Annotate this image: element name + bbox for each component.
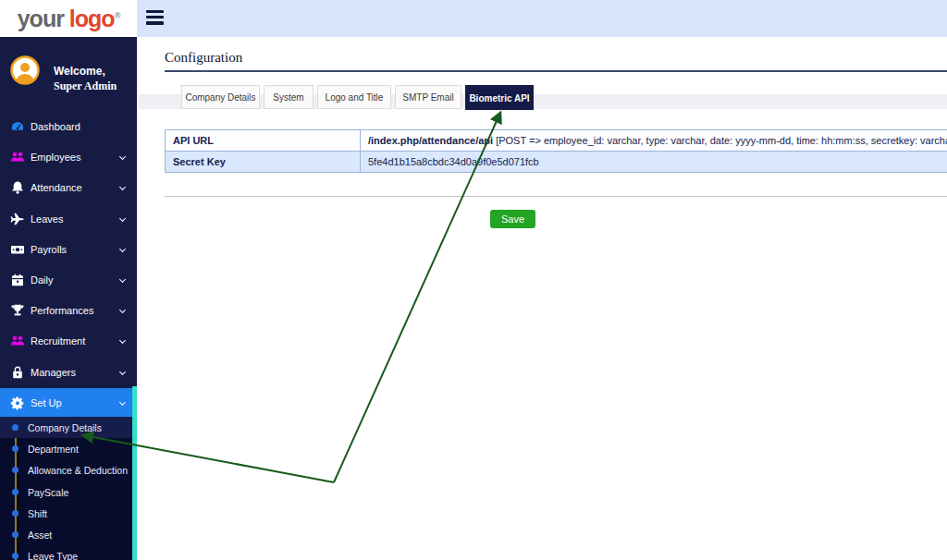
attendance-bell-icon [10, 180, 25, 195]
daily-calendar-icon [10, 273, 25, 287]
performances-trophy-icon [10, 303, 25, 318]
bullet-dot-icon [12, 553, 18, 559]
setup-submenu: Company Details Department Allowance & D… [0, 417, 132, 560]
table-row-api-url: API URL /index.php/attendance/api [POST … [166, 130, 947, 152]
tab-smtp-email[interactable]: SMTP Email [395, 85, 461, 109]
chevron-down-icon [119, 153, 126, 160]
bullet-dot-icon [12, 467, 18, 473]
sidebar-item-label: Managers [31, 367, 76, 378]
managers-lock-icon [10, 365, 25, 380]
secret-key-value: 5fe4d1b15a8cbdc34d0a9f0e5d071fcb [361, 152, 947, 173]
chevron-down-icon [119, 337, 126, 344]
main-content: Configuration Company Details System Log… [137, 37, 947, 560]
sidebar-item-label: Attendance [31, 182, 82, 193]
tab-biometric-api[interactable]: Biometric API [465, 85, 534, 110]
submenu-item-label: Leave Type [28, 551, 78, 560]
payrolls-money-icon [10, 242, 25, 257]
submenu-item-label: PayScale [28, 487, 68, 498]
tab-system[interactable]: System [264, 85, 314, 109]
secret-key-label: Secret Key [166, 152, 361, 173]
sidebar-item-dashboard[interactable]: Dashboard [0, 112, 137, 142]
tab-logo-and-title[interactable]: Logo and Title [317, 85, 391, 109]
submenu-item-label: Department [28, 444, 79, 455]
sidebar-item-performances[interactable]: Performances [0, 296, 137, 326]
sidebar-item-label: Employees [31, 152, 80, 163]
logo: your logo® [0, 0, 137, 37]
sidebar: Welcome, Super Admin Dashboard Employees… [0, 37, 137, 560]
logo-text: your logo® [18, 6, 120, 32]
api-url-params: [POST => employee_id: varchar, type: var… [493, 135, 947, 146]
bullet-dot-icon [12, 510, 18, 517]
page-title: Configuration [165, 50, 242, 66]
registered-mark: ® [115, 10, 120, 19]
bullet-dot-icon [12, 445, 18, 452]
sidebar-item-setup[interactable]: Set Up [0, 388, 137, 419]
bullet-dot-icon [12, 531, 18, 538]
sidebar-item-label: Daily [31, 274, 53, 286]
sidebar-nav: Dashboard Employees Attendance Leaves Pa… [0, 112, 137, 419]
dashboard-icon [10, 119, 25, 134]
section-divider [165, 196, 947, 197]
chevron-down-icon [119, 307, 126, 313]
table-row-secret-key: Secret Key 5fe4d1b15a8cbdc34d0a9f0e5d071… [166, 152, 947, 173]
submenu-item-leave-type[interactable]: Leave Type [0, 545, 132, 560]
chevron-down-icon [119, 246, 126, 252]
bullet-dot-icon [12, 489, 18, 495]
logo-word-your: your [18, 6, 64, 31]
recruitment-users-icon [10, 334, 25, 348]
chevron-down-icon [119, 184, 126, 190]
submenu-item-label: Asset [28, 530, 52, 541]
welcome-panel: Welcome, Super Admin [0, 37, 137, 107]
submenu-item-label: Allowance & Deduction [28, 465, 128, 476]
sidebar-item-attendance[interactable]: Attendance [0, 173, 137, 203]
config-tabs: Company Details System Logo and Title SM… [181, 85, 537, 110]
save-button[interactable]: Save [490, 210, 535, 228]
sidebar-item-label: Performances [31, 305, 93, 316]
submenu-item-shift[interactable]: Shift [0, 503, 132, 524]
chevron-down-icon [119, 399, 126, 406]
tab-company-details[interactable]: Company Details [181, 85, 260, 109]
employees-users-icon [10, 150, 25, 164]
sidebar-item-payrolls[interactable]: Payrolls [0, 235, 137, 265]
title-divider [165, 70, 947, 72]
sidebar-item-label: Recruitment [31, 335, 85, 347]
welcome-username: Super Admin [54, 79, 117, 93]
bullet-dot-icon [12, 424, 18, 431]
setup-gear-icon [10, 396, 25, 410]
api-url-label: API URL [166, 130, 361, 152]
logo-word-logo: logo [69, 6, 115, 31]
sidebar-item-managers[interactable]: Managers [0, 358, 137, 388]
submenu-item-payscale[interactable]: PayScale [0, 481, 132, 503]
submenu-item-company-details[interactable]: Company Details [0, 417, 132, 438]
sidebar-item-recruitment[interactable]: Recruitment [0, 326, 137, 357]
submenu-item-label: Shift [28, 508, 47, 519]
avatar [10, 55, 40, 85]
secret-key-text: 5fe4d1b15a8cbdc34d0a9f0e5d071fcb [368, 156, 539, 167]
chevron-down-icon [119, 368, 126, 374]
sidebar-item-label: Set Up [31, 397, 62, 408]
sidebar-item-label: Dashboard [31, 121, 80, 132]
chevron-down-icon [119, 276, 126, 283]
sidebar-item-label: Leaves [31, 213, 63, 225]
chevron-down-icon [119, 215, 126, 222]
submenu-item-department[interactable]: Department [0, 438, 132, 459]
submenu-item-asset[interactable]: Asset [0, 524, 132, 545]
sidebar-item-employees[interactable]: Employees [0, 142, 137, 173]
sidebar-item-daily[interactable]: Daily [0, 265, 137, 296]
top-header-bar [137, 0, 947, 37]
sidebar-item-leaves[interactable]: Leaves [0, 204, 137, 235]
welcome-label: Welcome, [54, 65, 105, 78]
sidebar-item-label: Payrolls [31, 244, 67, 255]
api-url-path: /index.php/attendance/api [368, 135, 493, 146]
leaves-plane-icon [10, 212, 25, 226]
submenu-item-label: Company Details [28, 422, 102, 433]
submenu-item-allowance-deduction[interactable]: Allowance & Deduction [0, 459, 132, 481]
api-config-table: API URL /index.php/attendance/api [POST … [165, 129, 947, 173]
api-url-value: /index.php/attendance/api [POST => emplo… [361, 130, 947, 152]
app-window: your logo® Welcome, Super Admin Dashboa [0, 0, 947, 560]
hamburger-menu-icon[interactable] [146, 10, 164, 27]
